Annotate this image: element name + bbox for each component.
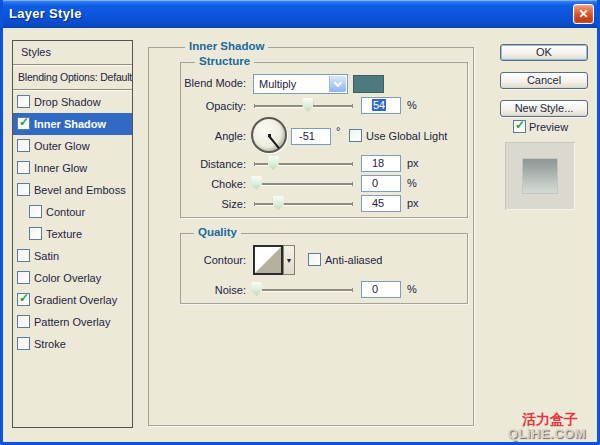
- structure-group-title: Structure: [195, 55, 254, 67]
- style-list-item[interactable]: Texture: [13, 223, 132, 245]
- distance-slider[interactable]: [254, 156, 353, 171]
- style-label: Inner Shadow: [34, 118, 106, 130]
- contour-dropdown-arrow[interactable]: ▼: [283, 245, 295, 275]
- new-style-button[interactable]: New Style...: [500, 100, 588, 117]
- slider-track[interactable]: [254, 183, 353, 185]
- noise-input[interactable]: 0: [361, 281, 401, 298]
- style-list-item[interactable]: Contour: [13, 201, 132, 223]
- distance-unit: px: [407, 157, 427, 169]
- check-icon: ✓: [515, 118, 525, 132]
- inner-shadow-group-title: Inner Shadow: [185, 40, 268, 52]
- choke-slider[interactable]: [254, 176, 353, 191]
- opacity-input[interactable]: 54: [361, 97, 401, 114]
- style-checkbox[interactable]: ✓: [17, 117, 30, 130]
- quality-group-title: Quality: [194, 226, 241, 238]
- style-preview-panel: [505, 142, 575, 210]
- style-label: Gradient Overlay: [34, 294, 117, 306]
- style-list: Drop Shadow ✓ Inner Shadow Outer Glow In…: [13, 91, 132, 355]
- slider-thumb[interactable]: [302, 98, 313, 112]
- style-checkbox[interactable]: [17, 95, 30, 108]
- noise-label: Noise:: [181, 284, 246, 296]
- style-checkbox[interactable]: [17, 249, 30, 262]
- sidebar-item-blending-options[interactable]: Blending Options: Default: [13, 66, 132, 89]
- style-list-item[interactable]: Inner Glow: [13, 157, 132, 179]
- opacity-label: Opacity:: [181, 100, 246, 112]
- dial-pointer: [268, 135, 280, 149]
- anti-aliased-checkbox[interactable]: [308, 253, 321, 266]
- contour-picker[interactable]: [253, 245, 283, 275]
- structure-group: Structure Blend Mode: Multiply Opacity: …: [180, 62, 468, 218]
- style-list-item[interactable]: Pattern Overlay: [13, 311, 132, 333]
- preview-label: Preview: [529, 121, 568, 133]
- size-input[interactable]: 45: [361, 195, 401, 212]
- chevron-down-icon[interactable]: [329, 76, 346, 92]
- use-global-light-label: Use Global Light: [366, 130, 447, 142]
- distance-label: Distance:: [181, 158, 246, 170]
- style-list-item[interactable]: Bevel and Emboss: [13, 179, 132, 201]
- style-checkbox[interactable]: [29, 227, 42, 240]
- style-checkbox[interactable]: [17, 271, 30, 284]
- noise-slider[interactable]: [254, 282, 353, 297]
- ok-button[interactable]: OK: [500, 44, 588, 61]
- angle-dial[interactable]: [251, 117, 287, 153]
- choke-input[interactable]: 0: [361, 175, 401, 192]
- style-checkbox[interactable]: ✓: [17, 293, 30, 306]
- size-slider[interactable]: [254, 196, 353, 211]
- angle-label: Angle:: [181, 130, 246, 142]
- angle-input[interactable]: -51: [291, 128, 331, 145]
- check-icon: ✓: [19, 291, 29, 305]
- style-preview-thumbnail: [522, 158, 558, 194]
- style-label: Inner Glow: [34, 162, 87, 174]
- style-checkbox[interactable]: [17, 337, 30, 350]
- style-list-item[interactable]: ✓ Gradient Overlay: [13, 289, 132, 311]
- style-label: Pattern Overlay: [34, 316, 110, 328]
- quality-group: Quality Contour: ▼ Anti-aliased Noise: 0…: [180, 233, 468, 304]
- style-label: Stroke: [34, 338, 66, 350]
- slider-thumb[interactable]: [251, 176, 262, 190]
- window-title: Layer Style: [9, 6, 82, 21]
- slider-track[interactable]: [254, 203, 353, 205]
- slider-thumb[interactable]: [273, 196, 284, 210]
- anti-aliased-label: Anti-aliased: [325, 254, 382, 266]
- style-label: Contour: [46, 206, 85, 218]
- style-list-item[interactable]: Color Overlay: [13, 267, 132, 289]
- slider-thumb[interactable]: [251, 282, 262, 296]
- cancel-button[interactable]: Cancel: [500, 72, 588, 89]
- title-bar[interactable]: Layer Style ✕: [0, 0, 600, 28]
- noise-unit: %: [407, 283, 427, 295]
- inner-shadow-group: Inner Shadow Structure Blend Mode: Multi…: [148, 47, 474, 426]
- style-list-item[interactable]: Outer Glow: [13, 135, 132, 157]
- preview-checkbox[interactable]: ✓: [513, 120, 526, 133]
- styles-panel: Styles Blending Options: Default Drop Sh…: [12, 40, 133, 428]
- style-label: Satin: [34, 250, 59, 262]
- sidebar-item-styles[interactable]: Styles: [13, 41, 132, 64]
- blend-mode-value: Multiply: [259, 78, 296, 90]
- style-checkbox[interactable]: [17, 315, 30, 328]
- style-label: Bevel and Emboss: [34, 184, 126, 196]
- watermark-site: QLiHE.COM: [508, 426, 586, 441]
- style-checkbox[interactable]: [17, 161, 30, 174]
- style-label: Drop Shadow: [34, 96, 101, 108]
- style-list-item[interactable]: Stroke: [13, 333, 132, 355]
- contour-thumbnail: [255, 247, 281, 273]
- style-list-item[interactable]: Drop Shadow: [13, 91, 132, 113]
- choke-unit: %: [407, 177, 427, 189]
- style-checkbox[interactable]: [17, 139, 30, 152]
- style-label: Color Overlay: [34, 272, 101, 284]
- slider-thumb[interactable]: [268, 156, 279, 170]
- close-icon[interactable]: ✕: [573, 4, 594, 24]
- blend-mode-select[interactable]: Multiply: [253, 74, 348, 94]
- size-unit: px: [407, 197, 427, 209]
- style-list-item[interactable]: Satin: [13, 245, 132, 267]
- style-checkbox[interactable]: [29, 205, 42, 218]
- use-global-light-checkbox[interactable]: [349, 129, 362, 142]
- blend-mode-label: Blend Mode:: [181, 77, 246, 89]
- distance-input[interactable]: 18: [361, 155, 401, 172]
- style-label: Outer Glow: [34, 140, 90, 152]
- shadow-color-swatch[interactable]: [353, 75, 384, 93]
- style-checkbox[interactable]: [17, 183, 30, 196]
- size-label: Size:: [181, 198, 246, 210]
- style-list-item[interactable]: ✓ Inner Shadow: [13, 113, 132, 135]
- slider-track[interactable]: [254, 289, 353, 291]
- opacity-slider[interactable]: [254, 98, 353, 113]
